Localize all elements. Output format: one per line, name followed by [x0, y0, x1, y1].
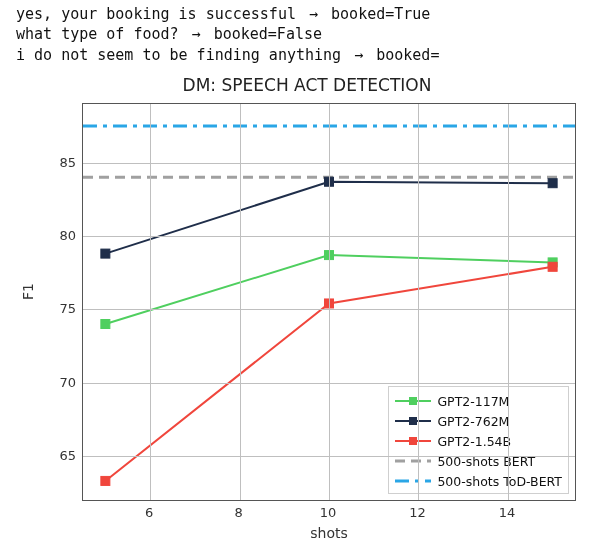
svg-rect-5	[101, 249, 110, 258]
svg-rect-2	[101, 320, 110, 329]
y-axis-label: F1	[20, 283, 36, 300]
example-label: booked=	[376, 46, 439, 64]
legend-swatch	[395, 414, 431, 428]
legend-swatch	[395, 474, 431, 488]
legend-swatch	[395, 394, 431, 408]
svg-rect-14	[409, 417, 417, 425]
legend-label: GPT2-762M	[437, 414, 509, 429]
x-tick: 8	[234, 505, 242, 520]
legend-label: GPT2-1.54B	[437, 434, 511, 449]
arrow-icon: →	[305, 5, 322, 23]
x-tick: 12	[409, 505, 426, 520]
example-text: what type of food?	[16, 25, 188, 43]
x-tick: 14	[499, 505, 516, 520]
y-tick: 70	[18, 374, 76, 389]
y-tick: 85	[18, 154, 76, 169]
y-tick: 75	[18, 301, 76, 316]
code-line: what type of food? → booked=False	[16, 24, 604, 44]
code-line: i do not seem to be finding anything → b…	[16, 45, 604, 65]
legend-label: GPT2-117M	[437, 394, 509, 409]
code-examples: yes, your booking is successful → booked…	[0, 0, 614, 65]
svg-rect-7	[548, 179, 557, 188]
example-label: booked=True	[331, 5, 430, 23]
legend-item: GPT2-117M	[395, 391, 562, 411]
svg-rect-8	[101, 476, 110, 485]
arrow-icon: →	[188, 25, 205, 43]
chart-title: DM: SPEECH ACT DETECTION	[18, 75, 596, 99]
legend-label: 500-shots ToD-BERT	[437, 474, 562, 489]
y-tick: 65	[18, 448, 76, 463]
y-tick: 80	[18, 228, 76, 243]
code-line: yes, your booking is successful → booked…	[16, 4, 604, 24]
legend-item: GPT2-762M	[395, 411, 562, 431]
svg-rect-16	[409, 437, 417, 445]
example-text: i do not seem to be finding anything	[16, 46, 341, 64]
svg-rect-10	[548, 262, 557, 271]
legend-item: 500-shots BERT	[395, 451, 562, 471]
legend: GPT2-117MGPT2-762MGPT2-1.54B500-shots BE…	[388, 386, 569, 494]
x-axis-label: shots	[82, 525, 576, 541]
plot-area: GPT2-117MGPT2-762MGPT2-1.54B500-shots BE…	[82, 103, 576, 501]
chart: DM: SPEECH ACT DETECTION F1 6570758085 6…	[18, 75, 596, 545]
example-text: yes, your booking is successful	[16, 5, 296, 23]
legend-item: GPT2-1.54B	[395, 431, 562, 451]
legend-swatch	[395, 434, 431, 448]
page-root: yes, your booking is successful → booked…	[0, 0, 614, 554]
arrow-icon: →	[350, 46, 367, 64]
svg-rect-12	[409, 397, 417, 405]
x-tick: 10	[320, 505, 337, 520]
example-label: booked=False	[214, 25, 322, 43]
x-tick: 6	[145, 505, 153, 520]
legend-item: 500-shots ToD-BERT	[395, 471, 562, 491]
